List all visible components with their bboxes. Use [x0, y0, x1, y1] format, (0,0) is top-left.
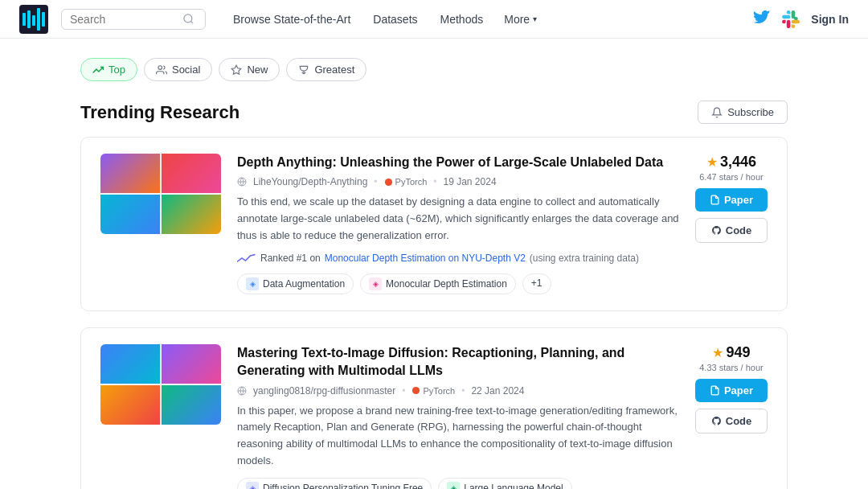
paper-2-date: 22 Jan 2024 — [471, 385, 524, 397]
repo-icon — [237, 177, 247, 187]
nav-right: Sign In — [753, 10, 849, 28]
svg-rect-1 — [23, 13, 26, 26]
chevron-down-icon: ▾ — [533, 14, 537, 23]
paper-1-stars-box: ★ 3,446 6.47 stars / hour — [699, 154, 764, 182]
star-icon-2: ★ — [712, 345, 723, 360]
svg-point-6 — [184, 14, 192, 23]
search-box[interactable] — [61, 9, 206, 30]
rank-link[interactable]: Monocular Depth Estimation on NYU-Depth … — [325, 253, 526, 264]
tag-1-label: Data Augmentation — [263, 278, 345, 290]
sparkles-icon — [231, 64, 242, 76]
nav-links: Browse State-of-the-Art Datasets Methods… — [222, 8, 753, 31]
svg-point-8 — [158, 65, 162, 69]
filter-tab-new[interactable]: New — [219, 58, 280, 81]
paper-1-meta: LiheYoung/Depth-Anything • PyTorch • 19 … — [237, 176, 679, 187]
paper-1-stars: 3,446 — [720, 154, 756, 171]
paper-1-stars-per-hour: 6.47 stars / hour — [699, 172, 764, 182]
paper-1-date: 19 Jan 2024 — [444, 176, 497, 187]
section-header: Trending Research Subscribe — [80, 101, 788, 124]
paper-2-thumbnail — [100, 344, 221, 425]
paper-2-meta: yangling0818/rpg-diffusionmaster • PyTor… — [237, 385, 679, 397]
paper-doc-icon-2 — [710, 385, 720, 396]
meta-dot-3: • — [402, 385, 405, 397]
tag-4-label: Large Language Model — [464, 483, 563, 489]
meta-dot-2: • — [433, 176, 436, 187]
paper-1-title: Depth Anything: Unleashing the Power of … — [237, 154, 679, 171]
paper-1-side: ★ 3,446 6.47 stars / hour Paper Code — [695, 154, 768, 243]
tag-4[interactable]: ◈ Large Language Model — [438, 478, 571, 489]
filter-tab-top[interactable]: Top — [80, 58, 137, 81]
paper-1-body: Depth Anything: Unleashing the Power of … — [237, 154, 679, 294]
tag-1[interactable]: ◈ Data Augmentation — [237, 273, 354, 294]
paper-2-code-button[interactable]: Code — [695, 409, 768, 434]
filter-tab-social[interactable]: Social — [144, 58, 212, 81]
paper-2-code-btn-label: Code — [726, 415, 752, 427]
paper-card-1: Depth Anything: Unleashing the Power of … — [80, 137, 788, 311]
paper-2-paper-button[interactable]: Paper — [695, 379, 768, 402]
paper-2-framework: PyTorch — [423, 386, 455, 396]
nav-datasets[interactable]: Datasets — [362, 8, 428, 31]
tag-2-label: Monocular Depth Estimation — [386, 278, 507, 290]
svg-line-7 — [190, 21, 193, 23]
bell-icon — [711, 107, 723, 118]
pytorch-logo-1 — [384, 178, 393, 187]
paper-1-repo[interactable]: LiheYoung/Depth-Anything — [253, 176, 367, 187]
meta-dot-1: • — [374, 176, 377, 187]
trophy-icon — [298, 64, 309, 76]
pytorch-logo-2 — [411, 386, 420, 395]
paper-1-code-button[interactable]: Code — [695, 218, 768, 243]
svg-marker-9 — [232, 65, 242, 74]
github-icon-2 — [711, 416, 722, 426]
paper-2-paper-btn-label: Paper — [724, 384, 753, 397]
pytorch-icon-2: PyTorch — [411, 386, 455, 396]
paper-1-framework: PyTorch — [395, 177, 428, 187]
paper-1-paper-button[interactable]: Paper — [695, 188, 768, 212]
search-input[interactable] — [70, 13, 182, 26]
slack-icon[interactable] — [782, 10, 800, 28]
svg-rect-5 — [42, 12, 45, 27]
filter-tab-greatest[interactable]: Greatest — [286, 58, 366, 81]
tag-3[interactable]: ◈ Diffusion Personalization Tuning Free — [237, 478, 432, 489]
logo[interactable] — [19, 5, 48, 34]
filter-greatest-label: Greatest — [314, 64, 354, 76]
svg-point-16 — [412, 387, 420, 394]
paper-1-rank: Ranked #1 on Monocular Depth Estimation … — [237, 253, 679, 264]
rank-chart-icon — [237, 253, 256, 264]
paper-2-abstract: In this paper, we propose a brand new tr… — [237, 403, 679, 470]
paper-1-code-btn-label: Code — [726, 224, 752, 236]
svg-rect-3 — [32, 15, 35, 26]
tag-1-icon: ◈ — [246, 277, 259, 290]
repo-icon-2 — [237, 386, 247, 396]
paper-2-stars-per-hour: 4.33 stars / hour — [699, 363, 764, 372]
rank-extra: (using extra training data) — [530, 253, 639, 264]
paper-2-stars: 949 — [726, 344, 750, 361]
nav-browse[interactable]: Browse State-of-the-Art — [222, 8, 362, 31]
subscribe-label: Subscribe — [727, 106, 774, 118]
paper-2-tags: ◈ Diffusion Personalization Tuning Free … — [237, 478, 679, 489]
filter-tabs: Top Social New Greatest — [80, 58, 788, 81]
tag-more[interactable]: +1 — [522, 273, 551, 294]
subscribe-button[interactable]: Subscribe — [698, 101, 788, 124]
sign-in-button[interactable]: Sign In — [811, 13, 849, 26]
section-title: Trending Research — [80, 102, 240, 123]
twitter-icon[interactable] — [753, 10, 771, 28]
navbar: Browse State-of-the-Art Datasets Methods… — [0, 0, 868, 39]
tag-2-icon: ◈ — [369, 277, 382, 290]
logo-icon — [19, 5, 48, 34]
tag-4-icon: ◈ — [447, 482, 460, 489]
svg-rect-2 — [27, 10, 31, 28]
nav-methods[interactable]: Methods — [429, 8, 495, 31]
paper-2-body: Mastering Text-to-Image Diffusion: Recap… — [237, 344, 679, 489]
svg-rect-4 — [37, 8, 40, 31]
nav-more[interactable]: More ▾ — [494, 8, 547, 31]
paper-2-repo[interactable]: yangling0818/rpg-diffusionmaster — [253, 385, 395, 397]
tag-2[interactable]: ◈ Monocular Depth Estimation — [360, 273, 516, 294]
paper-1-paper-btn-label: Paper — [724, 194, 753, 206]
paper-2-title: Mastering Text-to-Image Diffusion: Recap… — [237, 344, 679, 380]
github-icon-1 — [711, 225, 722, 236]
tag-3-label: Diffusion Personalization Tuning Free — [263, 483, 423, 489]
paper-1-thumbnail — [100, 154, 221, 234]
paper-1-tags: ◈ Data Augmentation ◈ Monocular Depth Es… — [237, 273, 679, 294]
main-content: Top Social New Greatest Trending Researc… — [64, 39, 804, 489]
star-icon-1: ★ — [706, 154, 718, 170]
